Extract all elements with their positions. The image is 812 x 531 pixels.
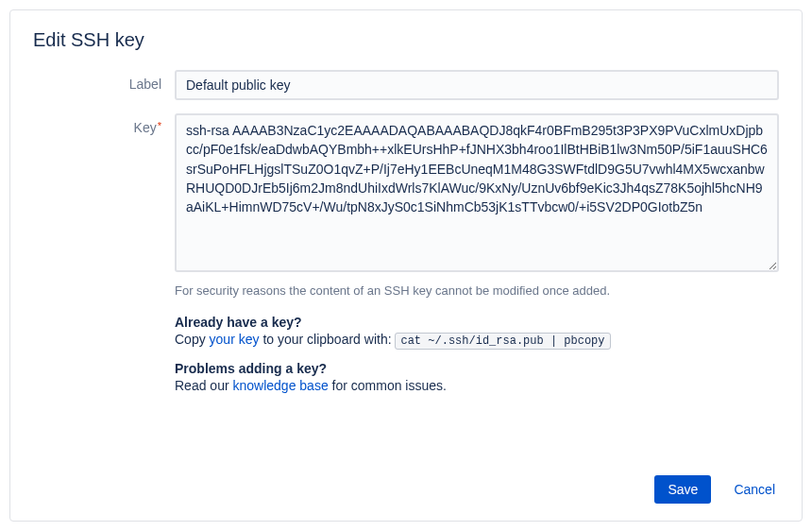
info-line-copy-key: Copy your key to your clipboard with: ca…	[175, 332, 779, 348]
label-row: Label	[33, 70, 779, 100]
label-field-label: Label	[33, 70, 175, 92]
key-help-text: For security reasons the content of an S…	[175, 283, 779, 298]
save-button[interactable]: Save	[654, 475, 711, 504]
modal-title: Edit SSH key	[33, 29, 779, 51]
required-asterisk-icon: *	[158, 120, 161, 131]
modal-footer: Save Cancel	[654, 475, 779, 504]
cancel-button[interactable]: Cancel	[730, 475, 779, 504]
knowledge-base-link[interactable]: knowledge base	[232, 378, 328, 393]
your-key-link[interactable]: your key	[210, 332, 260, 347]
key-row: Key* ssh-rsa AAAAB3NzaC1yc2EAAAADAQABAAA…	[33, 113, 779, 298]
info-line-knowledge-base: Read our knowledge base for common issue…	[175, 378, 779, 393]
key-field-label: Key*	[33, 113, 175, 135]
copy-command-code: cat ~/.ssh/id_rsa.pub | pbcopy	[395, 333, 610, 350]
label-input[interactable]	[175, 70, 779, 100]
edit-ssh-key-modal: Edit SSH key Label Key* ssh-rsa AAAAB3Nz…	[9, 9, 803, 522]
info-heading-have-key: Already have a key?	[175, 315, 779, 330]
key-textarea[interactable]: ssh-rsa AAAAB3NzaC1yc2EAAAADAQABAAABAQDJ…	[175, 113, 779, 272]
info-heading-problems: Problems adding a key?	[175, 361, 779, 376]
info-block: Already have a key? Copy your key to you…	[175, 315, 779, 393]
